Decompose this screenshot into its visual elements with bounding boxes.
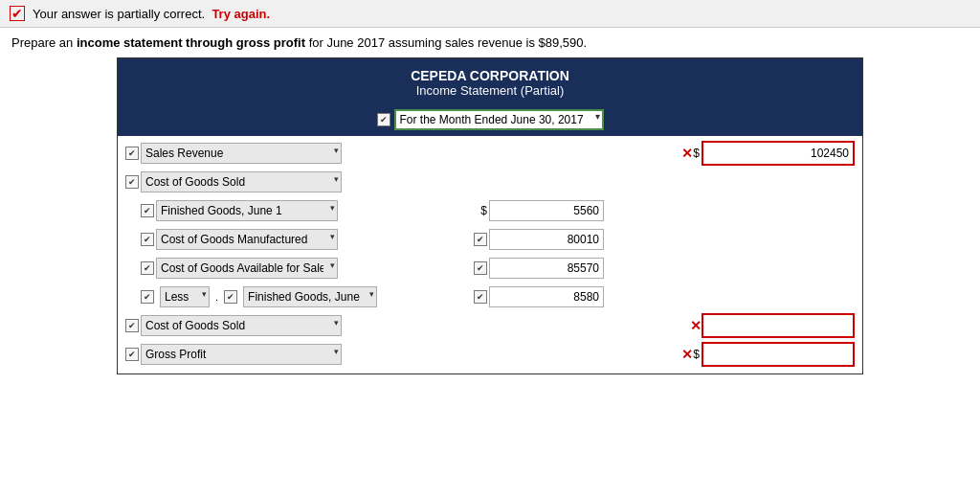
less-select-wrap[interactable]: Less bbox=[160, 286, 210, 307]
try-again-text: Try again. bbox=[212, 7, 270, 21]
sales-revenue-select-wrap[interactable]: Sales Revenue bbox=[141, 143, 342, 164]
statement-header: CEPEDA CORPORATION Income Statement (Par… bbox=[118, 58, 862, 105]
cga-input[interactable] bbox=[489, 258, 604, 279]
cogs2-x: ✕ bbox=[690, 318, 702, 333]
top-message: Your answer is partially correct. Try ag… bbox=[33, 7, 270, 21]
fg-june30-select-wrap[interactable]: Finished Goods, June 30 bbox=[243, 286, 377, 307]
gross-profit-x: ✕ bbox=[681, 347, 693, 362]
cogs-select[interactable]: Cost of Goods Sold bbox=[141, 171, 342, 192]
sales-revenue-select[interactable]: Sales Revenue bbox=[141, 143, 342, 164]
company-name: CEPEDA CORPORATION bbox=[122, 68, 858, 83]
fg-june1-select[interactable]: Finished Goods, June 1 bbox=[156, 200, 338, 221]
cost-goods-available-row: ✔ Cost of Goods Available for Sale ✔ bbox=[125, 255, 855, 282]
fg-june1-select-wrap[interactable]: Finished Goods, June 1 bbox=[156, 200, 338, 221]
cogs2-select-wrap[interactable]: Cost of Goods Sold bbox=[141, 315, 342, 336]
gross-profit-row: ✔ Gross Profit ✕ $ bbox=[125, 341, 855, 368]
cogs2-select[interactable]: Cost of Goods Sold bbox=[141, 315, 342, 336]
cgm-checkbox[interactable]: ✔ bbox=[141, 233, 154, 246]
cgm-checkbox2[interactable]: ✔ bbox=[474, 233, 487, 246]
cga-checkbox[interactable]: ✔ bbox=[141, 261, 154, 275]
gross-profit-input[interactable] bbox=[702, 342, 855, 367]
cgm-input[interactable] bbox=[489, 229, 604, 250]
instruction-bold: income statement through gross profit bbox=[77, 35, 305, 50]
fg-june1-input[interactable] bbox=[489, 200, 604, 221]
fg-june1-dollar: $ bbox=[480, 204, 487, 217]
fg-june30-checkbox3[interactable]: ✔ bbox=[474, 290, 487, 304]
cga-select-wrap[interactable]: Cost of Goods Available for Sale bbox=[156, 258, 338, 279]
sales-revenue-dollar: $ bbox=[693, 147, 700, 160]
top-bar: ✔ Your answer is partially correct. Try … bbox=[0, 0, 980, 28]
statement-box: CEPEDA CORPORATION Income Statement (Par… bbox=[117, 57, 863, 374]
cgm-select[interactable]: Cost of Goods Manufactured bbox=[156, 229, 338, 250]
gross-profit-dollar: $ bbox=[693, 348, 700, 361]
rows-area: ✔ Sales Revenue ✕ $ ✔ bbox=[118, 136, 862, 374]
cogs-select-wrap[interactable]: Cost of Goods Sold bbox=[141, 171, 342, 192]
cgm-select-wrap[interactable]: Cost of Goods Manufactured bbox=[156, 229, 338, 250]
fg-june1-checkbox[interactable]: ✔ bbox=[141, 204, 154, 217]
period-checkbox[interactable]: ✔ bbox=[377, 113, 390, 126]
less-finished-goods-row: ✔ Less . ✔ Finished Goods, June 30 bbox=[125, 283, 855, 310]
fg-june30-select[interactable]: Finished Goods, June 30 bbox=[243, 286, 377, 307]
gross-profit-select[interactable]: Gross Profit bbox=[141, 344, 342, 365]
fg-june30-input[interactable] bbox=[489, 286, 604, 307]
cost-of-goods-sold-row: ✔ Cost of Goods Sold bbox=[125, 169, 855, 195]
period-select-wrap[interactable]: For the Month Ended June 30, 2017 bbox=[394, 109, 604, 130]
cogs-checkbox[interactable]: ✔ bbox=[125, 175, 139, 189]
sales-revenue-checkbox[interactable]: ✔ bbox=[125, 147, 139, 160]
cost-goods-manufactured-row: ✔ Cost of Goods Manufactured ✔ bbox=[125, 226, 855, 253]
sales-revenue-row: ✔ Sales Revenue ✕ $ bbox=[125, 140, 855, 167]
less-select[interactable]: Less bbox=[160, 286, 210, 307]
finished-goods-june1-row: ✔ Finished Goods, June 1 $ bbox=[125, 197, 855, 224]
partial-correct-icon: ✔ bbox=[10, 6, 25, 21]
sales-revenue-input[interactable] bbox=[702, 141, 855, 166]
sales-revenue-x: ✕ bbox=[681, 146, 693, 161]
period-select[interactable]: For the Month Ended June 30, 2017 bbox=[394, 109, 604, 130]
cga-checkbox2[interactable]: ✔ bbox=[474, 261, 487, 275]
period-row: ✔ For the Month Ended June 30, 2017 bbox=[118, 105, 862, 136]
instruction: Prepare an income statement through gros… bbox=[0, 28, 980, 54]
main-content: CEPEDA CORPORATION Income Statement (Par… bbox=[0, 54, 980, 378]
less-dot: . bbox=[215, 291, 218, 303]
statement-title: Income Statement (Partial) bbox=[122, 83, 858, 98]
gross-profit-select-wrap[interactable]: Gross Profit bbox=[141, 344, 342, 365]
cogs2-checkbox[interactable]: ✔ bbox=[125, 319, 139, 332]
less-fg-checkbox2[interactable]: ✔ bbox=[224, 290, 237, 304]
cogs2-row: ✔ Cost of Goods Sold ✕ bbox=[125, 312, 855, 339]
less-fg-checkbox[interactable]: ✔ bbox=[141, 290, 154, 304]
gross-profit-checkbox[interactable]: ✔ bbox=[125, 348, 139, 361]
cogs2-input[interactable] bbox=[702, 313, 855, 338]
cga-select[interactable]: Cost of Goods Available for Sale bbox=[156, 258, 338, 279]
